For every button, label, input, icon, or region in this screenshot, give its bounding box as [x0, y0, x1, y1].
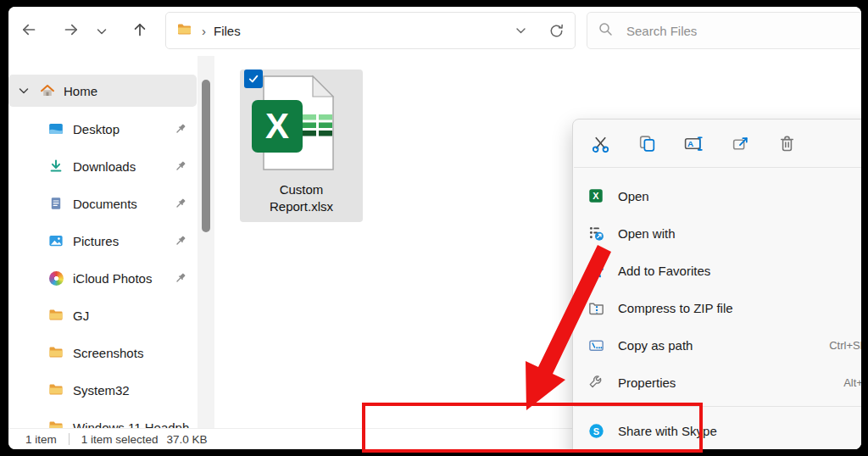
folder-icon — [48, 345, 64, 360]
rename-icon: A — [683, 134, 704, 153]
selection-count: 1 item selected — [81, 433, 159, 446]
svg-text:X: X — [265, 106, 289, 146]
folder-icon — [48, 420, 64, 428]
quick-actions-row: A — [573, 120, 861, 167]
checkmark-icon — [248, 73, 259, 85]
pin-icon — [174, 160, 186, 173]
menu-item-shortcut: Alt+Enter — [843, 376, 861, 389]
star-icon — [587, 261, 605, 280]
downloads-icon — [48, 158, 64, 174]
sidebar-item-screenshots[interactable]: Screenshots — [8, 334, 197, 371]
sidebar-item-label: Windows 11 Headph — [73, 420, 189, 429]
menu-item-add-to-favorites[interactable]: Add to Favorites — [573, 252, 861, 289]
recent-locations-button[interactable] — [91, 19, 113, 44]
zip-folder-icon — [587, 298, 605, 317]
pictures-icon — [48, 233, 64, 248]
file-tile-custom-report[interactable]: X Custom Report.xlsx — [240, 70, 363, 222]
wrench-icon — [587, 373, 605, 392]
sidebar-item-downloads[interactable]: Downloads — [8, 147, 197, 185]
share-icon — [731, 134, 750, 153]
cut-icon — [591, 134, 610, 153]
pin-icon — [174, 197, 186, 210]
item-count: 1 item — [25, 433, 57, 446]
forward-button[interactable] — [57, 19, 86, 44]
refresh-icon[interactable] — [548, 23, 565, 39]
svg-text:X: X — [593, 191, 599, 201]
menu-item-label: Add to Favorites — [618, 264, 861, 278]
menu-item-label: Compress to ZIP file — [618, 301, 861, 315]
search-input[interactable] — [625, 23, 823, 39]
folder-icon — [48, 308, 64, 323]
sidebar-item-label: Downloads — [73, 159, 136, 174]
sidebar-scrollbar[interactable] — [198, 56, 214, 428]
skype-icon: S — [587, 421, 605, 440]
search-box[interactable] — [587, 12, 861, 49]
up-arrow-icon — [131, 21, 148, 42]
sidebar-item-windows11[interactable]: Windows 11 Headph — [8, 409, 197, 428]
sidebar-item-label: Desktop — [73, 122, 120, 136]
status-divider — [69, 433, 70, 445]
sidebar-item-label: Pictures — [73, 234, 119, 248]
pin-icon — [174, 123, 186, 136]
pin-icon — [174, 272, 186, 285]
address-dropdown-chevron-icon[interactable] — [515, 26, 526, 35]
excel-icon: X — [587, 186, 605, 205]
file-list-area[interactable]: X Custom Report.xlsx A — [214, 56, 861, 428]
menu-item-copy-as-path[interactable]: Copy as path Ctrl+Shift+C — [573, 326, 861, 364]
breadcrumb[interactable]: Files — [214, 24, 241, 38]
menu-item-label: Open with — [618, 226, 861, 241]
menu-item-compress-to-zip[interactable]: Compress to ZIP file — [573, 289, 861, 326]
menu-item-label: Share with Skype — [618, 424, 861, 438]
svg-text:S: S — [593, 425, 598, 436]
folder-icon — [48, 382, 64, 398]
delete-icon — [777, 134, 797, 153]
sidebar-item-system32[interactable]: System32 — [8, 371, 197, 409]
menu-item-share-with-skype[interactable]: S Share with Skype — [573, 412, 861, 449]
breadcrumb-separator: › — [202, 24, 206, 38]
copy-button[interactable] — [628, 126, 665, 160]
sidebar-item-label: iCloud Photos — [73, 271, 152, 286]
menu-item-label: Open — [618, 189, 861, 203]
context-menu: A X Open Enter — [572, 119, 861, 449]
documents-icon — [48, 196, 64, 211]
file-checkbox[interactable] — [244, 70, 263, 88]
rename-button[interactable]: A — [675, 126, 712, 160]
back-arrow-icon — [20, 21, 37, 42]
sidebar-item-pictures[interactable]: Pictures — [8, 222, 197, 259]
desktop-icon — [48, 121, 64, 136]
copy-icon — [637, 134, 657, 153]
icloud-photos-icon — [48, 270, 64, 286]
delete-button[interactable] — [768, 126, 805, 160]
home-icon — [40, 83, 55, 98]
share-button[interactable] — [721, 126, 759, 160]
menu-item-properties[interactable]: Properties Alt+Enter — [573, 364, 861, 401]
address-bar[interactable]: › Files — [165, 12, 576, 49]
chevron-down-icon[interactable] — [19, 83, 29, 98]
excel-file-icon: X — [248, 73, 342, 175]
copy-as-path-icon — [587, 336, 605, 354]
back-button[interactable] — [14, 19, 43, 44]
up-button[interactable] — [125, 19, 154, 44]
search-icon — [598, 21, 613, 40]
sidebar-item-icloud-photos[interactable]: iCloud Photos — [8, 259, 197, 297]
menu-separator — [574, 406, 861, 407]
svg-text:A: A — [687, 139, 693, 148]
pin-icon — [174, 235, 186, 247]
toolbar: › Files — [8, 7, 861, 56]
open-with-icon — [587, 224, 605, 242]
menu-item-label: Properties — [618, 375, 843, 390]
sidebar-item-label: Documents — [73, 197, 137, 211]
menu-item-label: Copy as path — [618, 338, 829, 353]
sidebar-item-documents[interactable]: Documents — [8, 185, 197, 222]
sidebar-item-label: Home — [64, 84, 97, 98]
menu-item-open[interactable]: X Open Enter — [573, 177, 861, 214]
sidebar-item-gj[interactable]: GJ — [8, 297, 197, 334]
cut-button[interactable] — [581, 126, 619, 160]
forward-arrow-icon — [63, 21, 80, 42]
sidebar-item-home[interactable]: Home — [8, 75, 197, 107]
sidebar-item-label: System32 — [73, 383, 130, 398]
scrollbar-thumb[interactable] — [202, 80, 210, 232]
sidebar-item-desktop[interactable]: Desktop — [8, 110, 197, 147]
menu-item-open-with[interactable]: Open with — [573, 214, 861, 252]
sidebar-item-label: Screenshots — [73, 346, 143, 360]
